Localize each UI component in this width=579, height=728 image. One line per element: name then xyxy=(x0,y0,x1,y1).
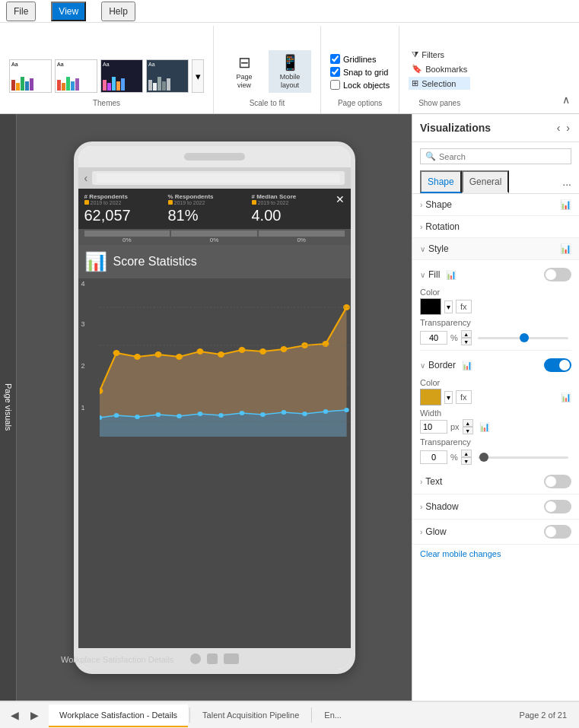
stat-median-value: 4.00 xyxy=(252,207,332,224)
theme-1-btn[interactable]: Aa xyxy=(9,59,52,93)
shape-label: Shape xyxy=(425,199,452,210)
fill-slider-track[interactable] xyxy=(478,337,568,339)
lock-objects-input[interactable] xyxy=(330,80,340,90)
svg-point-6 xyxy=(196,348,203,354)
view-tab[interactable]: View xyxy=(51,2,86,21)
panel-back-btn[interactable]: ‹ xyxy=(555,120,562,135)
snap-to-grid-input[interactable] xyxy=(330,67,340,77)
border-width-input[interactable] xyxy=(420,420,447,434)
border-toggle-knob xyxy=(559,360,570,370)
themes-section: Aa Aa xyxy=(6,26,214,113)
fill-color-dropdown[interactable]: ▾ xyxy=(444,300,453,313)
fill-transparency-input[interactable] xyxy=(420,331,447,345)
fill-toggle[interactable] xyxy=(544,268,571,281)
fill-transparency-label: Transparency xyxy=(420,318,571,327)
rotation-section-label: › Rotation xyxy=(420,221,460,232)
snap-to-grid-checkbox[interactable]: Snap to grid xyxy=(330,67,390,77)
progress-bars-row: 0% 0% 0% xyxy=(78,229,351,245)
text-section-row[interactable]: › Text xyxy=(412,469,579,494)
border-spinner-up[interactable]: ▲ xyxy=(461,450,472,457)
bookmarks-btn[interactable]: 🔖 Bookmarks xyxy=(409,62,470,75)
fill-fx-btn[interactable]: fx xyxy=(456,300,472,313)
search-icon: 🔍 xyxy=(425,151,436,161)
shadow-section-row[interactable]: › Shadow xyxy=(412,494,579,520)
fill-color-swatch[interactable] xyxy=(420,298,441,315)
fill-spinner-up[interactable]: ▲ xyxy=(461,330,472,338)
phone-btn-2[interactable] xyxy=(207,653,218,664)
shape-section-row[interactable]: › Shape 📊 xyxy=(412,194,579,216)
border-color-swatch[interactable] xyxy=(420,389,441,405)
border-transparency-input[interactable] xyxy=(420,450,447,464)
theme-3-btn[interactable]: Aa xyxy=(100,59,143,93)
viz-more-btn[interactable]: ... xyxy=(562,170,571,193)
glow-toggle[interactable] xyxy=(544,525,571,539)
page-visuals-tab[interactable]: Page visuals xyxy=(0,114,17,701)
border-color-dropdown[interactable]: ▾ xyxy=(444,391,453,404)
theme-2-btn[interactable]: Aa xyxy=(55,59,97,93)
text-chevron: › xyxy=(420,478,422,486)
panel-forward-btn[interactable]: › xyxy=(565,120,571,135)
filters-btn[interactable]: ⧩ Filters xyxy=(409,48,470,61)
next-page-btn[interactable]: ▶ xyxy=(26,707,43,723)
phone-btn-3[interactable] xyxy=(224,653,239,664)
svg-point-20 xyxy=(197,412,202,416)
main-area: Page visuals ‹ # Respondents xyxy=(0,114,579,701)
phone-btn-1[interactable] xyxy=(190,653,201,664)
ribbon: Aa Aa xyxy=(0,23,579,114)
text-section-label: › Text xyxy=(420,476,442,487)
text-toggle[interactable] xyxy=(544,475,571,488)
style-section-icon: 📊 xyxy=(560,243,571,254)
theme-2-bars xyxy=(57,74,95,91)
tab-talent-acquisition[interactable]: Talent Acquisition Pipeline xyxy=(192,704,310,727)
border-spinner-down[interactable]: ▼ xyxy=(461,457,472,465)
page-view-btn[interactable]: ⊟ Pageview xyxy=(223,50,266,93)
border-width-down[interactable]: ▼ xyxy=(463,427,473,434)
svg-point-26 xyxy=(323,409,328,414)
filters-label: Filters xyxy=(422,50,444,59)
tab-general[interactable]: General xyxy=(462,170,510,193)
shadow-toggle[interactable] xyxy=(544,500,571,513)
theme-4-btn[interactable]: Aa xyxy=(146,59,189,93)
panel-nav: ‹ › xyxy=(555,120,571,135)
phone-content: ‹ # Respondents 2019 to 2022 62,057 xyxy=(78,167,351,648)
glow-section-row[interactable]: › Glow xyxy=(412,520,579,545)
search-input[interactable] xyxy=(439,152,566,161)
phone-back-btn[interactable]: ‹ xyxy=(84,172,88,184)
svg-point-2 xyxy=(113,350,119,356)
border-fx-btn[interactable]: fx xyxy=(456,390,472,404)
border-slider-thumb[interactable] xyxy=(479,453,488,462)
rotation-section-row[interactable]: › Rotation xyxy=(412,216,579,238)
shape-section-label: › Shape xyxy=(420,199,452,210)
view-btns-row: ⊟ Pageview 📱 Mobilelayout xyxy=(223,50,311,93)
bottom-canvas-label: Workplace Satisfaction Details xyxy=(61,655,173,664)
chart-container: 4 3 2 1 xyxy=(78,278,351,648)
tab-workplace-satisfaction[interactable]: Workplace Satisfaction - Details xyxy=(49,704,188,727)
border-percent-label: % xyxy=(450,453,458,462)
fill-spinner-down[interactable]: ▼ xyxy=(461,338,472,345)
gridlines-checkbox[interactable]: Gridlines xyxy=(330,54,390,64)
gridlines-input[interactable] xyxy=(330,54,340,64)
tab-shape[interactable]: Shape xyxy=(420,170,462,193)
glow-toggle-knob xyxy=(546,526,556,537)
file-tab[interactable]: File xyxy=(6,2,36,21)
stat-pct-respondents: % Respondents 2019 to 2022 81% xyxy=(168,193,249,224)
svg-point-18 xyxy=(155,412,161,417)
lock-objects-checkbox[interactable]: Lock objects xyxy=(330,80,390,90)
theme-more-btn[interactable]: ▾ xyxy=(192,59,204,93)
selection-btn[interactable]: ⊞ Selection xyxy=(409,77,470,90)
help-tab[interactable]: Help xyxy=(101,2,135,21)
y-label-2: 2 xyxy=(81,362,85,370)
border-slider-track[interactable] xyxy=(478,456,568,459)
style-section-row[interactable]: ∨ Style 📊 xyxy=(412,238,579,260)
fill-slider-thumb[interactable] xyxy=(520,333,529,342)
close-stats-icon[interactable]: ✕ xyxy=(336,193,345,205)
prev-page-btn[interactable]: ◀ xyxy=(6,707,23,723)
border-width-up[interactable]: ▲ xyxy=(463,419,473,427)
border-toggle[interactable] xyxy=(544,358,571,372)
mobile-layout-icon: 📱 xyxy=(281,53,300,72)
ribbon-collapse-btn[interactable]: ∧ xyxy=(559,92,573,107)
border-width-row: px ▲ ▼ 📊 xyxy=(420,419,571,434)
clear-mobile-changes-link[interactable]: Clear mobile changes xyxy=(412,545,579,563)
mobile-layout-btn[interactable]: 📱 Mobilelayout xyxy=(269,50,311,93)
tab-en[interactable]: En... xyxy=(313,704,352,727)
